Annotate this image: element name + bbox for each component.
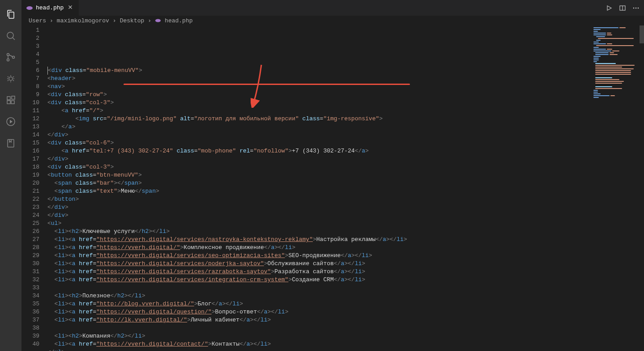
minimap-line xyxy=(593,47,641,48)
bookmark-icon[interactable] xyxy=(0,132,21,154)
minimap-line xyxy=(593,29,641,30)
code-line[interactable]: <a href="tel:+7 (343) 302-27-24" class="… xyxy=(47,147,590,155)
debug-icon[interactable] xyxy=(0,68,21,89)
minimap-line xyxy=(593,51,641,51)
code-line[interactable]: </a> xyxy=(47,123,590,131)
tab-label: head.php xyxy=(36,4,64,11)
line-number: 38 xyxy=(21,324,39,332)
code-line[interactable]: </div> xyxy=(47,155,590,163)
close-icon[interactable] xyxy=(66,4,74,12)
minimap-line xyxy=(593,93,641,94)
line-number: 14 xyxy=(21,131,39,139)
code-line[interactable]: <div class="col-3"> xyxy=(47,163,590,171)
editor[interactable]: 1234567891011121314151617181920212223242… xyxy=(21,25,644,351)
minimap-line xyxy=(593,81,641,82)
line-number-gutter: 1234567891011121314151617181920212223242… xyxy=(21,25,47,351)
code-line[interactable]: <span class="text">Меню</span> xyxy=(47,187,590,195)
line-number: 36 xyxy=(21,308,39,316)
code-line[interactable]: <div class="mobile-menuVV"> xyxy=(47,67,590,75)
code-line[interactable]: <li><a href="https://vverh.digital/servi… xyxy=(47,252,590,260)
tab-head-php[interactable]: head.php xyxy=(21,0,79,16)
extensions-icon[interactable] xyxy=(0,89,21,111)
code-line[interactable]: <li><a href="http://lk.vverh.digital/">Л… xyxy=(47,316,590,324)
code-line[interactable]: <button class="btn-menuVV"> xyxy=(47,171,590,179)
svg-line-1 xyxy=(13,38,15,40)
source-control-icon[interactable] xyxy=(0,47,21,68)
code-line[interactable]: <li><a href="https://vverh.digital/quest… xyxy=(47,308,590,316)
line-number: 16 xyxy=(21,147,39,155)
code-line[interactable]: </div> xyxy=(47,131,590,139)
breadcrumb-file[interactable]: head.php xyxy=(165,17,192,24)
code-line[interactable]: </div> xyxy=(47,211,590,220)
minimap-line xyxy=(593,54,641,55)
breadcrumb-part[interactable]: Users xyxy=(29,17,46,24)
code-line[interactable]: </div> xyxy=(47,203,590,211)
line-number: 37 xyxy=(21,316,39,324)
vertical-scrollbar[interactable] xyxy=(640,25,644,351)
code-line[interactable]: </ul> xyxy=(47,348,590,351)
minimap-line xyxy=(593,97,641,98)
minimap[interactable] xyxy=(590,25,644,351)
code-line[interactable]: <li><h2>Компания</h2></li> xyxy=(47,332,590,340)
code-line[interactable]: <div class="col-3"> xyxy=(47,99,590,107)
minimap-line xyxy=(593,49,641,50)
minimap-line xyxy=(593,88,641,89)
minimap-line xyxy=(593,52,641,53)
breadcrumb-part[interactable]: Desktop xyxy=(120,17,145,24)
breadcrumb-part[interactable]: maximkolmogorov xyxy=(57,17,109,24)
minimap-line xyxy=(593,58,641,59)
line-number: 2 xyxy=(21,34,39,42)
split-editor-icon[interactable] xyxy=(619,4,626,12)
more-icon[interactable] xyxy=(632,4,640,12)
line-number: 22 xyxy=(21,195,39,203)
minimap-line xyxy=(593,40,641,41)
code-line[interactable]: <span class="bar"></span> xyxy=(47,179,590,187)
line-number: 20 xyxy=(21,179,39,187)
search-icon[interactable] xyxy=(0,25,21,47)
line-number: 17 xyxy=(21,155,39,163)
line-number: 15 xyxy=(21,139,39,147)
code-line[interactable]: <li><a href="https://vverh.digital/servi… xyxy=(47,268,590,276)
line-number: 5 xyxy=(21,59,39,67)
play-icon[interactable] xyxy=(606,4,613,12)
code-line[interactable]: <li><h2>Полезное</h2></li> xyxy=(47,292,590,300)
line-number: 12 xyxy=(21,115,39,123)
line-number: 28 xyxy=(21,244,39,252)
breadcrumb[interactable]: Users › maximkolmogorov › Desktop › head… xyxy=(21,16,644,25)
line-number: 11 xyxy=(21,107,39,115)
code-line[interactable]: <li><a href="https://vverh.digital/servi… xyxy=(47,276,590,284)
code-line[interactable]: <ul> xyxy=(47,220,590,228)
line-number: 39 xyxy=(21,332,39,340)
code-line[interactable]: <img src="/img/mini-logo.png" alt="логот… xyxy=(47,115,590,123)
scrollbar-thumb[interactable] xyxy=(640,25,644,43)
minimap-line xyxy=(593,70,641,71)
svg-point-12 xyxy=(26,6,33,10)
code-line[interactable]: <li><a href="https://vverh.digital/conta… xyxy=(47,340,590,348)
code-line[interactable]: <a href="/"> xyxy=(47,107,590,115)
line-number: 35 xyxy=(21,300,39,308)
code-line[interactable]: <header> xyxy=(47,75,590,83)
code-line[interactable]: <li><a href="https://vverh.digital/">Ком… xyxy=(47,244,590,252)
code-line[interactable]: </button> xyxy=(47,195,590,203)
run-icon[interactable] xyxy=(0,111,21,132)
code-line[interactable] xyxy=(47,324,590,332)
code-area[interactable]: <div class="mobile-menuVV"><header><nav>… xyxy=(47,25,590,351)
code-line[interactable]: <li><a href="http://blog.vverh.digital/"… xyxy=(47,300,590,308)
code-line[interactable]: <div class="row"> xyxy=(47,91,590,99)
minimap-line xyxy=(593,34,641,35)
code-line[interactable]: <li><a href="https://vverh.digital/servi… xyxy=(47,260,590,268)
code-line[interactable]: <div class="col-6"> xyxy=(47,139,590,147)
line-number: 33 xyxy=(21,284,39,292)
code-line[interactable]: <nav> xyxy=(47,83,590,91)
code-line[interactable] xyxy=(47,284,590,292)
minimap-line xyxy=(593,90,641,91)
line-number: 27 xyxy=(21,236,39,244)
code-line[interactable]: <li><a href="https://vverh.digital/servi… xyxy=(47,236,590,244)
code-line[interactable]: <li><h2>Ключевые услуги</h2></li> xyxy=(47,228,590,236)
minimap-line xyxy=(593,43,641,44)
explorer-icon[interactable] xyxy=(0,4,21,25)
minimap-line xyxy=(593,68,641,69)
minimap-line xyxy=(593,36,641,37)
svg-point-4 xyxy=(13,56,15,59)
svg-point-2 xyxy=(7,54,9,56)
